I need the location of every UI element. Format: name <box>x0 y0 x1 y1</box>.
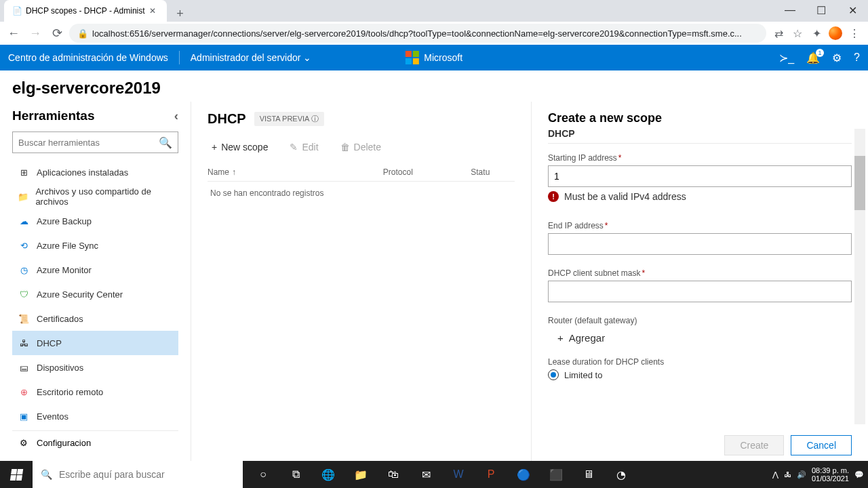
subnet-mask-input[interactable] <box>548 281 852 302</box>
sort-asc-icon: ↑ <box>232 167 236 177</box>
sidebar-item-azure-backup[interactable]: ☁ Azure Backup <box>12 209 178 233</box>
translate-icon[interactable]: ⇄ <box>772 26 785 40</box>
hyperv-icon[interactable]: 🖥 <box>572 461 605 488</box>
dhcp-icon: 🖧 <box>18 337 30 349</box>
sidebar: Herramientas ‹ 🔍 ⊞ Aplicaciones instalad… <box>0 102 191 465</box>
powerpoint-icon[interactable]: P <box>475 461 507 488</box>
taskbar-search[interactable]: 🔍 Escribe aquí para buscar <box>33 461 243 488</box>
sidebar-item-label: Eventos <box>37 411 68 422</box>
powershell-icon[interactable]: ≻_ <box>779 52 794 64</box>
search-tools-box[interactable]: 🔍 <box>12 131 178 153</box>
trash-icon: 🗑 <box>340 142 350 152</box>
router-label: Router (default gateway) <box>548 316 852 325</box>
dhcp-heading: DHCP <box>208 111 246 127</box>
certificate-icon: 📜 <box>18 312 30 325</box>
sidebar-item-azure-security[interactable]: 🛡 Azure Security Center <box>12 282 178 306</box>
system-tray[interactable]: ⋀ 🖧 🔊 08:39 p. m. 01/03/2021 💬 <box>772 466 868 483</box>
search-icon: 🔍 <box>159 136 172 149</box>
close-window-icon[interactable]: ✕ <box>837 0 868 20</box>
header-divider <box>179 51 180 64</box>
notification-icon[interactable]: 🔔1 <box>806 52 820 64</box>
chrome-icon[interactable]: 🔵 <box>507 461 540 488</box>
sidebar-item-label: Aplicaciones instaladas <box>37 167 128 178</box>
delete-button: 🗑 Delete <box>336 139 385 155</box>
extensions-icon[interactable]: ✦ <box>810 26 823 40</box>
sidebar-item-azure-filesync[interactable]: ⟲ Azure File Sync <box>12 233 178 258</box>
edge-icon[interactable]: 🌐 <box>312 461 344 488</box>
taskview-icon[interactable]: ⧉ <box>279 461 312 488</box>
explorer-icon[interactable]: 📁 <box>344 461 377 488</box>
start-ip-input[interactable] <box>548 165 852 187</box>
sidebar-footer[interactable]: ⚙ Configuracion <box>12 430 178 455</box>
browser-tab[interactable]: 📄 DHCP scopes - DHCP - Administ ✕ <box>4 0 167 22</box>
word-icon[interactable]: W <box>442 461 475 488</box>
virtualbox-icon[interactable]: ⬛ <box>540 461 572 488</box>
app-name[interactable]: Centro de administración de Windows <box>8 52 168 63</box>
sidebar-item-devices[interactable]: 🖴 Dispositivos <box>12 355 178 380</box>
forward-icon[interactable]: → <box>26 24 45 43</box>
lease-duration-label: Lease duration for DHCP clients <box>548 357 852 367</box>
notifications-icon[interactable]: 💬 <box>854 470 864 479</box>
store-icon[interactable]: 🛍 <box>377 461 410 488</box>
gear-icon: ⚙ <box>18 437 30 449</box>
clock-icon[interactable]: ◔ <box>605 461 637 488</box>
radio-icon <box>548 369 559 380</box>
date-text: 01/03/2021 <box>812 474 849 483</box>
profile-avatar-icon[interactable] <box>829 26 842 40</box>
clock-widget[interactable]: 08:39 p. m. 01/03/2021 <box>812 466 849 483</box>
role-label: Administrador del servidor <box>191 52 301 63</box>
tray-expand-icon[interactable]: ⋀ <box>772 470 778 479</box>
network-icon[interactable]: 🖧 <box>784 470 791 479</box>
sidebar-item-label: DHCP <box>37 338 62 348</box>
ms-square-red <box>406 51 412 57</box>
more-menu-icon[interactable]: ⋮ <box>848 26 861 40</box>
back-icon[interactable]: ← <box>4 24 23 43</box>
ms-square-blue <box>406 58 412 64</box>
role-dropdown[interactable]: Administrador del servidor ⌄ <box>191 52 312 63</box>
new-scope-button[interactable]: + New scope <box>208 139 272 155</box>
events-icon: ▣ <box>18 410 30 422</box>
column-protocol[interactable]: Protocol <box>383 167 471 177</box>
minimize-icon[interactable]: — <box>774 0 806 20</box>
dhcp-main: DHCP VISTA PREVIA ⓘ + New scope ✎ Edit 🗑… <box>191 102 532 465</box>
url-text: localhost:6516/servermanager/connections… <box>92 28 742 39</box>
sidebar-item-events[interactable]: ▣ Eventos <box>12 404 178 428</box>
cortana-icon[interactable]: ○ <box>247 461 279 488</box>
microsoft-logo: Microsoft <box>406 51 462 64</box>
sidebar-item-azure-monitor[interactable]: ◷ Azure Monitor <box>12 258 178 282</box>
delete-label: Delete <box>354 142 381 152</box>
limited-to-radio[interactable]: Limited to <box>548 369 852 380</box>
edit-button: ✎ Edit <box>285 139 322 155</box>
column-status[interactable]: Statu <box>471 167 515 177</box>
close-tab-icon[interactable]: ✕ <box>149 6 159 16</box>
panel-scrollbar[interactable] <box>854 129 865 424</box>
dhcp-table-header: Name ↑ Protocol Statu <box>208 167 515 182</box>
sidebar-item-label: Archivos y uso compartido de archivos <box>35 186 173 207</box>
sidebar-item-label: Azure Security Center <box>37 289 123 300</box>
new-tab-button[interactable]: + <box>172 5 189 22</box>
validation-error: ! Must be a valid IPv4 address <box>548 191 852 202</box>
reload-icon[interactable]: ⟳ <box>47 24 66 43</box>
sidebar-item-apps[interactable]: ⊞ Aplicaciones instaladas <box>12 160 178 184</box>
sidebar-item-remote-desktop[interactable]: ⊕ Escritorio remoto <box>12 380 178 404</box>
cancel-button[interactable]: Cancel <box>791 435 852 455</box>
shield-icon: 🛡 <box>18 288 30 300</box>
column-name[interactable]: Name ↑ <box>208 167 383 177</box>
start-button[interactable] <box>0 461 33 488</box>
preview-badge: VISTA PREVIA ⓘ <box>254 112 324 126</box>
collapse-sidebar-icon[interactable]: ‹ <box>174 108 178 123</box>
settings-gear-icon[interactable]: ⚙ <box>832 52 842 64</box>
sidebar-item-files[interactable]: 📁 Archivos y uso compartido de archivos <box>12 184 178 209</box>
sidebar-item-dhcp[interactable]: 🖧 DHCP <box>12 331 178 355</box>
sidebar-item-certificates[interactable]: 📜 Certificados <box>12 306 178 331</box>
search-tools-input[interactable] <box>18 138 159 148</box>
help-icon[interactable]: ? <box>854 52 860 64</box>
add-router-button[interactable]: + Agregar <box>557 328 852 348</box>
url-field[interactable]: 🔒 localhost:6516/servermanager/connectio… <box>69 24 766 43</box>
volume-icon[interactable]: 🔊 <box>797 470 806 479</box>
mail-icon[interactable]: ✉ <box>410 461 442 488</box>
bookmark-star-icon[interactable]: ☆ <box>791 26 804 40</box>
end-ip-input[interactable] <box>548 233 852 255</box>
maximize-icon[interactable]: ☐ <box>806 0 837 20</box>
error-icon: ! <box>548 191 559 202</box>
